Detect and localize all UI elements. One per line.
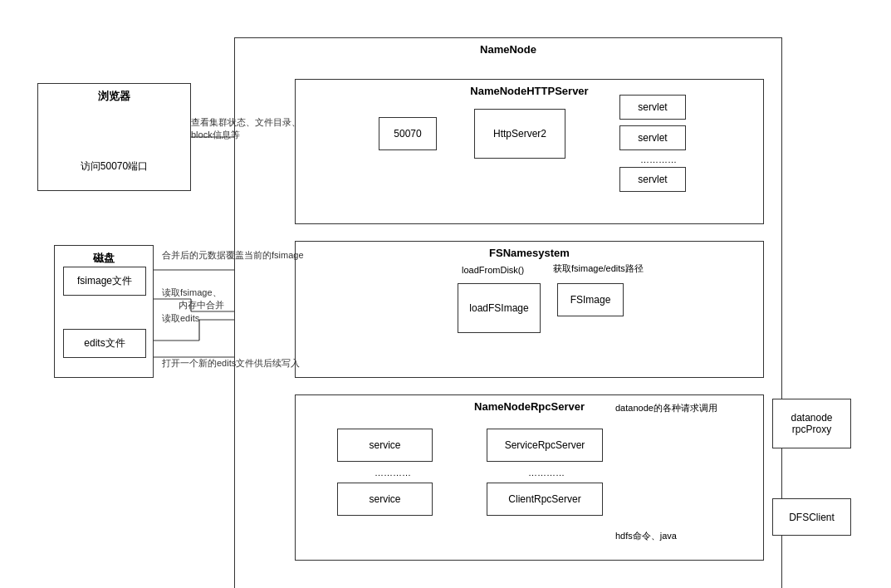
servicerpcserver-box: ServiceRpcServer [487,429,603,462]
httpserver-container: NameNodeHTTPServer 50070 HttpServer2 ser… [295,79,764,224]
browser-box: 浏览器 访问50070端口 [37,83,191,191]
diagram-container: NameNode 浏览器 访问50070端口 查看集群状态、文件目录、block… [0,0,891,588]
datanode-rpcproxy-box: datanode rpcProxy [772,399,851,448]
rpc-dots2: ………… [528,468,565,478]
browser-title: 浏览器 [38,89,190,104]
open-edits-label: 打开一个新的edits文件供后续写入 [162,357,300,370]
read-fsimage-label: 读取fsimage、 [162,287,222,299]
memory-merge-label: 内存中合并 [179,299,224,311]
merge-label: 合并后的元数据覆盖当前的fsimage [162,249,307,262]
servlet-dots: ………… [640,154,677,164]
port-box: 50070 [379,117,437,150]
disk-title: 磁盘 [55,251,153,266]
servlet3-box: servlet [619,167,686,192]
read-edits-label: 读取edits [162,312,199,325]
dfsclient-box: DFSClient [772,498,851,536]
hdfs-label: hdfs命令、java [615,530,677,542]
servlet2-box: servlet [619,125,686,150]
service1-box: service [337,429,433,462]
datanode-label: datanode的各种请求调用 [615,402,717,414]
fsnamesystem-container: FSNamesystem loadFromDisk() loadFSImage … [295,241,764,378]
rpc-dots1: ………… [375,468,411,478]
clientrpcserver-box: ClientRpcServer [487,483,603,516]
browser-label: 查看集群状态、文件目录、block信息等 [191,116,307,142]
httpserver2-box: HttpServer2 [474,109,565,159]
servlet1-box: servlet [619,95,686,120]
fsnamesystem-title: FSNamesystem [296,247,763,259]
datanode-rpcproxy-label: datanode rpcProxy [791,412,832,435]
get-label: 获取fsimage/edits路径 [553,262,644,275]
rpcdserver-container: NameNodeRpcServer service ………… service S… [295,394,764,561]
browser-subtitle: 访问50070端口 [38,159,190,174]
loadfromdisk-label: loadFromDisk() [462,265,524,275]
fsimage-file-box: fsimage文件 [63,267,146,296]
edits-file-box: edits文件 [63,329,146,358]
fsimage-box: FSImage [557,283,624,316]
disk-box: 磁盘 fsimage文件 edits文件 [54,245,154,378]
loadfsimage-box: loadFSImage [458,283,541,333]
service2-box: service [337,483,433,516]
namenode-title: NameNode [235,43,781,56]
dfsclient-label: DFSClient [789,512,835,523]
httpserver-title: NameNodeHTTPServer [296,85,763,97]
